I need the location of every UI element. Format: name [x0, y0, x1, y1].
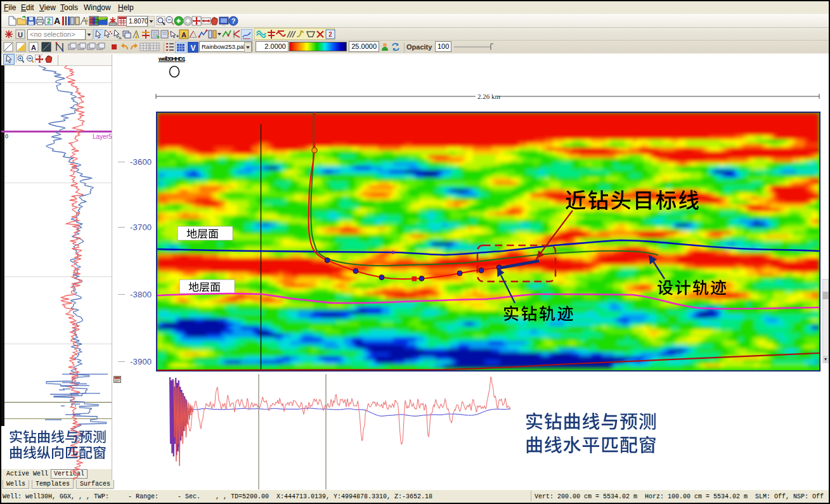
svg-text:2.26 km: 2.26 km — [477, 93, 501, 100]
